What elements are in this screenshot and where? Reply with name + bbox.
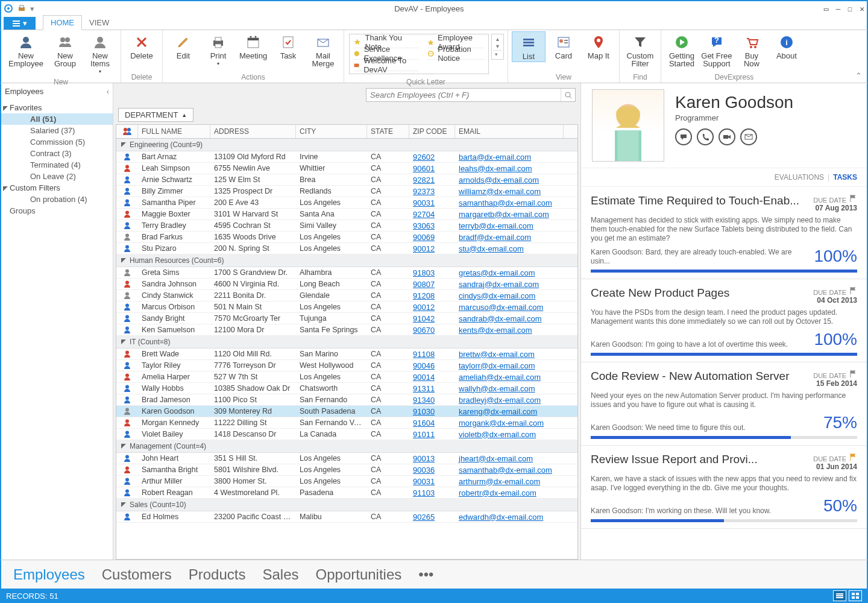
table-row[interactable]: Taylor Riley 7776 Torreyson Dr West Holl… xyxy=(116,360,577,371)
getting-started-button[interactable]: Getting Started xyxy=(665,31,699,69)
nav-products[interactable]: Products xyxy=(189,566,246,583)
tree-salaried[interactable]: Salaried (37) xyxy=(1,125,113,136)
table-row[interactable]: Arnie Schwartz 125 W Elm St Brea CA 9282… xyxy=(116,174,577,186)
table-row[interactable]: Leah Simpson 6755 Newlin Ave Whittier CA… xyxy=(116,163,577,174)
new-group-button[interactable]: New Group xyxy=(48,31,82,69)
qat-dropdown-icon[interactable]: ▾ xyxy=(30,4,34,13)
group-row[interactable]: Human Resources (Count=6) xyxy=(116,254,577,267)
table-row[interactable]: Ken Samuelson 12100 Mora Dr Santa Fe Spr… xyxy=(116,324,577,336)
search-icon[interactable] xyxy=(561,89,575,101)
map-it-button[interactable]: Map It xyxy=(582,31,615,61)
table-row[interactable]: Brad Farkus 1635 Woods Drive Los Angeles… xyxy=(116,232,577,243)
view-list-button[interactable]: List xyxy=(512,31,546,62)
table-row[interactable]: Violet Bailey 1418 Descanso Dr La Canada… xyxy=(116,429,577,440)
print-button[interactable]: Print▾ xyxy=(201,31,235,69)
print-icon[interactable] xyxy=(17,4,27,13)
tab-tasks[interactable]: TASKS xyxy=(833,173,857,182)
table-row[interactable]: Ed Holmes 23200 Pacific Coast Hwy Malibu… xyxy=(116,511,577,523)
edit-button[interactable]: Edit xyxy=(166,31,200,61)
quick-letter-gallery[interactable]: Thank You Note Service Excellence Welcom… xyxy=(349,34,489,74)
col-address[interactable]: ADDRESS xyxy=(210,125,296,138)
group-row[interactable]: Sales (Count=10) xyxy=(116,499,577,511)
buy-now-button[interactable]: Buy Now xyxy=(735,31,769,69)
get-free-support-button[interactable]: ?Get Free Support xyxy=(700,31,734,69)
col-state[interactable]: STATE xyxy=(367,125,409,138)
group-row[interactable]: Management (Count=4) xyxy=(116,440,577,453)
new-items-button[interactable]: New Items▾ xyxy=(83,31,117,77)
phone-icon[interactable] xyxy=(697,128,714,145)
table-row[interactable]: Amelia Harper 527 W 7th St Los Angeles C… xyxy=(116,371,577,383)
col-email[interactable]: EMAIL xyxy=(455,125,564,138)
tab-view[interactable]: VIEW xyxy=(82,16,116,30)
chat-icon[interactable] xyxy=(675,128,692,145)
task-card[interactable]: Code Review - New Automation Server DUE … xyxy=(581,362,867,446)
ribbon-collapse-icon[interactable]: ⌃ xyxy=(855,71,862,80)
status-view-list-icon[interactable] xyxy=(833,590,846,601)
custom-filter-button[interactable]: Custom Filter xyxy=(623,31,657,69)
tree-terminated[interactable]: Terminated (4) xyxy=(1,159,113,171)
gallery-down-icon[interactable]: ▼ xyxy=(493,43,502,50)
table-row[interactable]: Cindy Stanwick 2211 Bonita Dr. Glendale … xyxy=(116,290,577,302)
task-card[interactable]: Create New Product Pages DUE DATE04 Oct … xyxy=(581,279,867,362)
task-card[interactable]: Review Issue Report and Provi... DUE DAT… xyxy=(581,446,867,529)
nav-opportunities[interactable]: Opportunities xyxy=(316,566,402,583)
table-row[interactable]: Terry Bradley 4595 Cochran St Simi Valle… xyxy=(116,220,577,232)
search-input[interactable] xyxy=(366,89,561,101)
nav-sales[interactable]: Sales xyxy=(262,566,298,583)
meeting-button[interactable]: Meeting xyxy=(236,31,270,61)
group-row[interactable]: Engineering (Count=9) xyxy=(116,139,577,151)
table-row[interactable]: Samantha Piper 200 E Ave 43 Los Angeles … xyxy=(116,197,577,209)
view-mode-button[interactable]: ▾ xyxy=(4,17,36,30)
table-row[interactable]: Sandy Bright 7570 McGroarty Ter Tujunga … xyxy=(116,313,577,324)
tree-groups[interactable]: Groups xyxy=(1,205,113,216)
table-row[interactable]: Arthur Miller 3800 Homer St. Los Angeles… xyxy=(116,476,577,487)
col-city[interactable]: CITY xyxy=(296,125,367,138)
maximize-icon[interactable]: ☐ xyxy=(848,4,852,13)
table-row[interactable]: Bart Arnaz 13109 Old Myford Rd Irvine CA… xyxy=(116,151,577,163)
mail-icon[interactable] xyxy=(740,128,757,145)
table-row[interactable]: Marcus Orbison 501 N Main St Los Angeles… xyxy=(116,302,577,313)
tab-evaluations[interactable]: EVALUATIONS xyxy=(775,173,824,182)
mail-merge-button[interactable]: Mail Merge xyxy=(306,31,340,69)
table-row[interactable]: Billy Zimmer 1325 Prospect Dr Redlands C… xyxy=(116,186,577,197)
minimize-icon[interactable]: — xyxy=(836,4,841,13)
table-row[interactable]: Sandra Johnson 4600 N Virginia Rd. Long … xyxy=(116,279,577,290)
table-row[interactable]: Karen Goodson 309 Monterey Rd South Pasa… xyxy=(116,406,577,417)
tree-contract[interactable]: Contract (3) xyxy=(1,148,113,159)
tree-custom-filters[interactable]: Custom Filters xyxy=(1,182,113,194)
table-row[interactable]: Brett Wade 1120 Old Mill Rd. San Marino … xyxy=(116,349,577,360)
task-button[interactable]: Task xyxy=(271,31,305,61)
tree-probation[interactable]: On probation (4) xyxy=(1,194,113,205)
tree-commission[interactable]: Commission (5) xyxy=(1,136,113,148)
search-box[interactable] xyxy=(366,88,576,102)
table-row[interactable]: Stu Pizaro 200 N. Spring St Los Angeles … xyxy=(116,243,577,254)
tree-onleave[interactable]: On Leave (2) xyxy=(1,171,113,182)
view-card-button[interactable]: Card xyxy=(547,31,580,61)
group-by-tag[interactable]: DEPARTMENT▲ xyxy=(118,108,193,122)
tree-favorites[interactable]: Favorites xyxy=(1,102,113,113)
tab-home[interactable]: HOME xyxy=(43,15,82,30)
delete-button[interactable]: Delete xyxy=(125,31,159,61)
gallery-expand-icon[interactable]: ▾ xyxy=(493,50,502,58)
col-zip[interactable]: ZIP CODE xyxy=(409,125,455,138)
table-row[interactable]: Samantha Bright 5801 Wilshire Blvd. Los … xyxy=(116,464,577,476)
close-icon[interactable]: ✕ xyxy=(860,4,864,13)
video-icon[interactable] xyxy=(719,128,735,145)
table-row[interactable]: Brad Jameson 1100 Pico St San Fernando C… xyxy=(116,394,577,406)
sidebar-collapse-icon[interactable]: ‹ xyxy=(107,87,109,96)
table-row[interactable]: Maggie Boxter 3101 W Harvard St Santa An… xyxy=(116,209,577,220)
task-card[interactable]: Estimate Time Required to Touch-Enab... … xyxy=(581,187,867,279)
nav-employees[interactable]: Employees xyxy=(13,566,85,583)
group-row[interactable]: IT (Count=8) xyxy=(116,336,577,349)
gallery-up-icon[interactable]: ▲ xyxy=(493,36,502,43)
table-row[interactable]: Morgan Kennedy 11222 Dilling St San Fern… xyxy=(116,417,577,429)
col-icon[interactable] xyxy=(116,125,138,138)
table-row[interactable]: Robert Reagan 4 Westmoreland Pl. Pasaden… xyxy=(116,487,577,499)
table-row[interactable]: John Heart 351 S Hill St. Los Angeles CA… xyxy=(116,453,577,464)
table-row[interactable]: Greta Sims 1700 S Grandview Dr. Alhambra… xyxy=(116,267,577,279)
about-button[interactable]: iAbout xyxy=(770,31,804,61)
ribbon-options-icon[interactable]: ▭ xyxy=(824,4,829,13)
new-employee-button[interactable]: New Employee xyxy=(5,31,47,69)
col-fullname[interactable]: FULL NAME xyxy=(138,125,210,138)
nav-customers[interactable]: Customers xyxy=(102,566,172,583)
